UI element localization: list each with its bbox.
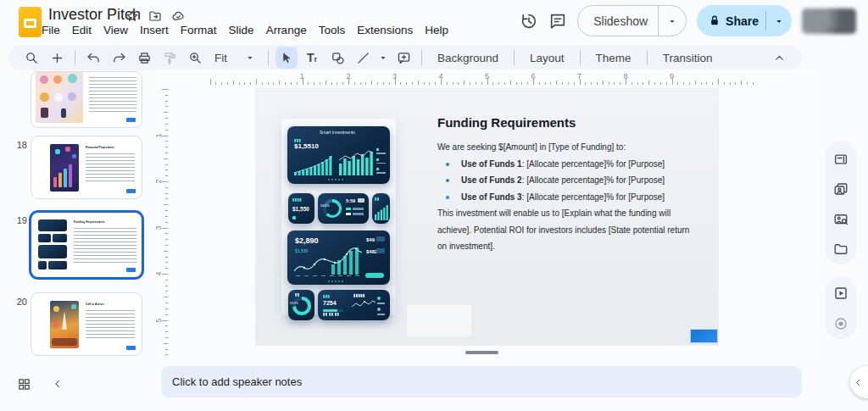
ruler-tick	[165, 141, 168, 142]
card-label: ▮▮▮▮▮	[353, 292, 365, 297]
dashboard-card-count: ▮▮▮ ▮▮▮▮▮ 7254 ▮▮ ▮▮ ▮▮	[318, 290, 390, 320]
share-button[interactable]: Share	[721, 14, 765, 28]
ruler-tick	[365, 82, 366, 85]
menu-slide[interactable]: Slide	[223, 22, 260, 38]
menu-view[interactable]: View	[97, 22, 134, 38]
menu-arrange[interactable]: Arrange	[260, 22, 313, 38]
ruler-tick	[556, 81, 557, 85]
expand-side-panel-button[interactable]	[850, 366, 868, 398]
toolbar-divider	[421, 50, 422, 65]
header: Investor Pitch File Edit View Insert For…	[0, 0, 868, 44]
theme-button[interactable]: Theme	[586, 52, 642, 64]
ruler-tick	[162, 89, 168, 90]
speaker-notes-input[interactable]: Click to add speaker notes	[161, 366, 802, 397]
menu-tools[interactable]: Tools	[313, 22, 352, 38]
slideshow-button-group: Slideshow	[577, 5, 687, 36]
zoom-select-dropdown[interactable]	[239, 47, 261, 69]
slide-thumbnail-18[interactable]: Financial Projections	[31, 136, 142, 199]
cloud-saved-icon[interactable]	[171, 9, 186, 23]
slide-blue-accent-shape[interactable]	[691, 330, 717, 342]
paint-format-button[interactable]	[159, 47, 181, 69]
slideshow-dropdown[interactable]	[659, 16, 686, 26]
star-icon[interactable]	[125, 9, 139, 23]
search-menus-button[interactable]	[20, 47, 42, 69]
dashboard-title: Smart Investments	[320, 130, 355, 135]
comment-history-icon[interactable]	[548, 12, 567, 31]
grid-view-button[interactable]	[17, 377, 31, 392]
slide-intro-line: We are seeking $[Amount] in [Type of Fun…	[437, 139, 690, 156]
horizontal-scrollbar[interactable]	[465, 351, 498, 354]
dashboard-image[interactable]: Smart Investments ▮▮▮ $1,5510	[281, 119, 396, 315]
redo-button[interactable]	[108, 47, 130, 69]
new-slide-button[interactable]	[46, 47, 68, 69]
side-panel-record-button[interactable]	[826, 308, 856, 339]
ruler-tick	[262, 82, 263, 85]
zoom-select-value[interactable]: Fit	[208, 52, 234, 64]
side-panel-contacts-button[interactable]	[826, 175, 856, 205]
card-label: ▮▮	[295, 292, 300, 297]
ruler-tick	[418, 81, 419, 85]
decor-crowd	[52, 338, 77, 346]
ruler-tick	[481, 82, 482, 85]
menu-help[interactable]: Help	[419, 22, 454, 38]
slide-thumbnail-19-selected[interactable]: Funding Requirements	[29, 210, 144, 280]
text-box-button[interactable]: Tr	[301, 47, 323, 69]
undo-button[interactable]	[82, 47, 104, 69]
side-panel-play-button[interactable]	[826, 278, 856, 308]
ruler-number: 4	[154, 271, 163, 275]
ruler-tick	[165, 187, 168, 188]
slide-bullet-3: Use of Funds 3: [Allocate percentage]% f…	[437, 189, 690, 206]
line-tool-button[interactable]	[352, 47, 374, 69]
toolbar-divider	[75, 50, 75, 65]
side-panel-image-search-button[interactable]	[826, 204, 856, 235]
slide-editor[interactable]: Smart Investments ▮▮▮ $1,5510	[256, 89, 718, 345]
menu-insert[interactable]: Insert	[134, 22, 175, 38]
decor-circle	[54, 93, 63, 102]
slideshow-button[interactable]: Slideshow	[578, 14, 658, 28]
insert-comment-button[interactable]	[392, 47, 415, 69]
card-button	[365, 273, 384, 278]
ruler-tick	[585, 82, 586, 85]
slide-thumbnail-20[interactable]: Call to Action	[31, 292, 142, 356]
select-tool-button[interactable]	[275, 47, 298, 69]
ruler-tick	[706, 82, 707, 85]
layout-button[interactable]: Layout	[520, 52, 575, 64]
decor-bar	[64, 169, 67, 187]
ruler-tick	[165, 222, 168, 223]
ruler-tick	[165, 262, 168, 263]
transition-button[interactable]: Transition	[653, 52, 723, 64]
slide-thumbnail-partial[interactable]	[31, 71, 142, 128]
ruler-tick	[239, 82, 240, 85]
collapse-filmstrip-button[interactable]	[52, 378, 64, 390]
print-button[interactable]	[133, 47, 155, 69]
time-value: 5:59	[346, 198, 355, 203]
slide-title-text[interactable]: Funding Requirements	[437, 115, 576, 130]
menu-file[interactable]: File	[36, 22, 66, 38]
ruler-tick	[291, 82, 292, 85]
ruler-tick	[165, 331, 168, 332]
line-tool-dropdown[interactable]	[377, 47, 389, 69]
background-button[interactable]: Background	[427, 52, 509, 64]
side-panel-folder-button[interactable]	[826, 235, 856, 265]
side-panel-cards-button[interactable]	[826, 144, 856, 175]
collapse-toolbar-button[interactable]	[768, 47, 790, 69]
zoom-in-icon	[188, 51, 203, 65]
zoom-button[interactable]	[184, 47, 206, 69]
ruler-tick	[753, 82, 754, 85]
account-avatar[interactable]	[802, 8, 856, 34]
ruler-tick	[162, 136, 168, 136]
card-label: ▮▮	[375, 196, 380, 201]
ruler-tick	[666, 82, 667, 85]
ruler-tick	[603, 81, 604, 85]
version-history-icon[interactable]	[520, 12, 538, 31]
ruler-tick	[164, 158, 168, 159]
slide-body-text[interactable]: We are seeking $[Amount] in [Type of Fun…	[437, 139, 690, 255]
menu-edit[interactable]: Edit	[66, 22, 97, 38]
shapes-button[interactable]	[326, 47, 348, 69]
move-folder-icon[interactable]	[148, 9, 162, 23]
menu-format[interactable]: Format	[175, 22, 223, 38]
ruler-number: 5	[154, 318, 163, 322]
share-dropdown[interactable]	[766, 16, 792, 26]
menu-extensions[interactable]: Extensions	[351, 22, 419, 38]
ruler-tick	[492, 82, 493, 85]
